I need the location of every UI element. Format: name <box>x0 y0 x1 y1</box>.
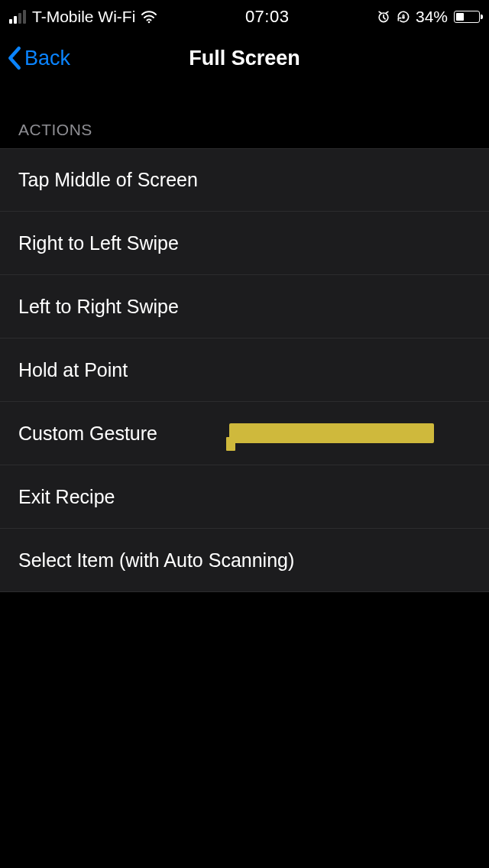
status-right: 34% <box>376 8 480 26</box>
orientation-lock-icon <box>396 9 411 24</box>
svg-rect-2 <box>402 16 404 18</box>
action-right-to-left-swipe[interactable]: Right to Left Swipe <box>0 212 489 275</box>
action-exit-recipe[interactable]: Exit Recipe <box>0 465 489 529</box>
page-title: Full Screen <box>0 47 489 70</box>
cellular-signal-icon <box>9 10 26 24</box>
list-item-label: Tap Middle of Screen <box>18 169 198 191</box>
status-time: 07:03 <box>245 7 290 27</box>
status-left: T-Mobile Wi-Fi <box>9 8 158 26</box>
list-item-label: Select Item (with Auto Scanning) <box>18 549 294 572</box>
list-item-label: Right to Left Swipe <box>18 232 179 254</box>
action-hold-at-point[interactable]: Hold at Point <box>0 338 489 402</box>
section-header-actions: ACTIONS <box>0 121 489 148</box>
wifi-icon <box>140 8 158 26</box>
carrier-label: T-Mobile Wi-Fi <box>32 8 135 26</box>
action-select-item-auto-scanning[interactable]: Select Item (with Auto Scanning) <box>0 529 489 592</box>
back-button[interactable]: Back <box>6 45 70 71</box>
action-custom-gesture[interactable]: Custom Gesture <box>0 402 489 465</box>
content: ACTIONS Tap Middle of Screen Right to Le… <box>0 83 489 592</box>
chevron-left-icon <box>6 45 23 71</box>
list-item-label: Hold at Point <box>18 359 128 381</box>
highlight-annotation <box>226 437 235 451</box>
alarm-icon <box>376 9 391 24</box>
svg-point-0 <box>148 21 151 24</box>
action-tap-middle[interactable]: Tap Middle of Screen <box>0 148 489 212</box>
status-bar: T-Mobile Wi-Fi 07:03 <box>0 0 489 34</box>
battery-fill <box>456 13 464 21</box>
list-item-label: Exit Recipe <box>18 486 115 508</box>
actions-list: Tap Middle of Screen Right to Left Swipe… <box>0 148 489 592</box>
navigation-bar: Back Full Screen <box>0 34 489 83</box>
action-left-to-right-swipe[interactable]: Left to Right Swipe <box>0 275 489 338</box>
highlight-annotation <box>229 423 434 443</box>
back-label: Back <box>24 47 70 70</box>
battery-icon <box>454 11 480 23</box>
list-item-label: Left to Right Swipe <box>18 296 179 318</box>
battery-percentage: 34% <box>416 8 448 26</box>
list-item-label: Custom Gesture <box>18 423 157 445</box>
